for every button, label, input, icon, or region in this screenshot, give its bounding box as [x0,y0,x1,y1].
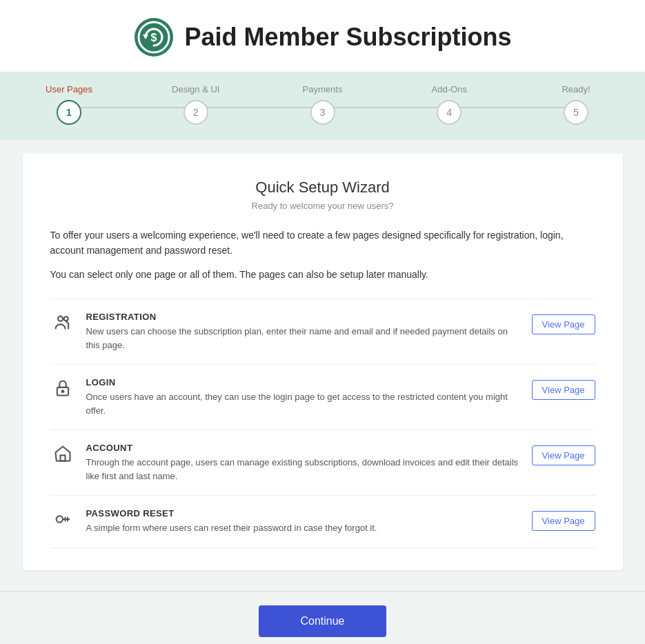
page-item-login: LOGIN Once users have an account, they c… [50,364,595,430]
page-item-registration: REGISTRATION New users can choose the su… [50,299,595,364]
continue-button[interactable]: Continue [259,605,386,637]
lock-icon [50,377,75,398]
registration-view-page-button[interactable]: View Page [532,314,595,334]
registration-action: View Page [532,312,595,334]
login-description: Once users have an account, they can use… [86,390,521,417]
wizard-step-2[interactable]: Design & UI 2 [168,84,224,125]
wizard-step-2-label: Design & UI [172,84,219,94]
wizard-navigation: User Pages 1 Design & UI 2 Payments 3 Ad… [0,72,645,140]
page-item-password-reset: PASSWORD RESET A simple form where users… [50,495,595,548]
login-action: View Page [532,377,595,400]
account-action: View Page [532,443,595,465]
wizard-step-3-circle: 3 [310,100,335,125]
account-title: ACCOUNT [86,443,521,453]
card-note: You can select only one page or all of t… [50,267,595,282]
registration-content: REGISTRATION New users can choose the su… [86,312,521,352]
wizard-step-1[interactable]: User Pages 1 [41,84,97,125]
wizard-step-5-circle: 5 [564,100,588,125]
wizard-step-4-label: Add-Ons [432,84,467,94]
wizard-step-1-circle: 1 [57,100,81,125]
registration-title: REGISTRATION [86,312,521,322]
registration-description: New users can choose the subscription pl… [86,325,521,352]
key-icon [50,508,75,529]
main-content: Quick Setup Wizard Ready to welcome your… [0,140,645,591]
login-title: LOGIN [86,377,521,388]
account-description: Through the account page, users can mana… [86,456,521,483]
card-subtitle: Ready to welcome your new users? [50,201,595,211]
home-icon [50,443,75,463]
password-reset-view-page-button[interactable]: View Page [532,511,595,531]
wizard-step-4[interactable]: Add-Ons 4 [421,84,477,125]
wizard-step-5-label: Ready! [562,84,590,94]
app-logo: $ [133,17,175,58]
setup-card: Quick Setup Wizard Ready to welcome your… [23,154,623,570]
wizard-step-1-label: User Pages [46,84,92,94]
page-item-account: ACCOUNT Through the account page, users … [50,430,595,495]
password-reset-content: PASSWORD RESET A simple form where users… [86,508,521,535]
wizard-step-3-label: Payments [303,84,343,94]
svg-point-9 [56,516,62,523]
account-content: ACCOUNT Through the account page, users … [86,443,521,483]
header: $ Paid Member Subscriptions [0,0,645,72]
app-title: Paid Member Subscriptions [184,23,511,52]
svg-point-4 [58,316,63,321]
users-icon [50,312,75,332]
password-reset-title: PASSWORD RESET [86,508,521,519]
password-reset-action: View Page [532,508,595,531]
login-content: LOGIN Once users have an account, they c… [86,377,521,417]
password-reset-description: A simple form where users can reset thei… [86,521,521,535]
svg-rect-8 [60,456,65,461]
footer: Continue [0,591,645,644]
wizard-step-2-circle: 2 [183,100,208,125]
card-title: Quick Setup Wizard [50,179,595,197]
wizard-step-5[interactable]: Ready! 5 [548,84,604,125]
account-view-page-button[interactable]: View Page [532,445,595,465]
login-view-page-button[interactable]: View Page [532,380,595,400]
wizard-step-4-circle: 4 [437,100,462,125]
svg-text:$: $ [151,32,157,43]
wizard-step-3[interactable]: Payments 3 [295,84,350,125]
svg-point-7 [61,390,63,392]
svg-point-5 [63,316,68,321]
card-intro: To offer your users a welcoming experien… [50,228,595,259]
